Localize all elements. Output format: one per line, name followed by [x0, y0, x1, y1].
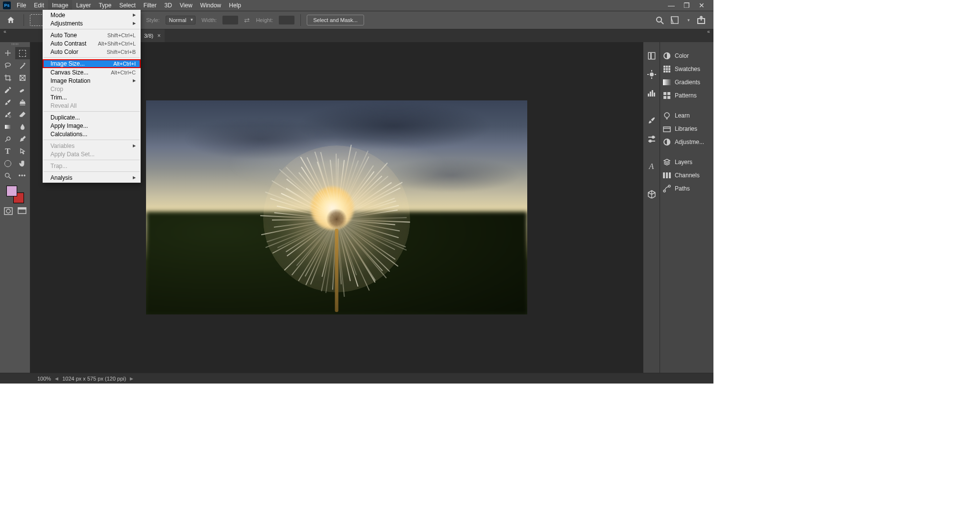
left-dock-collapse-handle[interactable]: «: [2, 28, 8, 34]
select-and-mask-button[interactable]: Select and Mask...: [307, 15, 364, 25]
menu-item-image-size[interactable]: Image Size...Alt+Ctrl+I: [43, 59, 141, 68]
home-button[interactable]: [4, 14, 18, 26]
brushes-panel-icon[interactable]: [645, 114, 658, 127]
menu-type[interactable]: Type: [95, 0, 115, 11]
adjustments-panel-tab[interactable]: Adjustme...: [660, 135, 713, 148]
history-brush-tool[interactable]: [0, 108, 15, 120]
zoom-level[interactable]: 100%: [37, 376, 51, 382]
window-minimize-button[interactable]: —: [668, 1, 675, 9]
window-maximize-button[interactable]: ❐: [684, 1, 690, 9]
share-icon[interactable]: [697, 16, 706, 24]
type-tool[interactable]: T: [0, 145, 15, 157]
dodge-tool[interactable]: [0, 133, 15, 145]
menu-edit[interactable]: Edit: [30, 0, 48, 11]
menu-item-duplicate[interactable]: Duplicate...: [43, 113, 141, 121]
menu-item-calculations[interactable]: Calculations...: [43, 130, 141, 138]
path-selection-tool[interactable]: [15, 145, 30, 157]
svg-point-58: [664, 113, 669, 118]
learn-panel-tab[interactable]: Learn: [660, 109, 713, 122]
menu-window[interactable]: Window: [196, 0, 225, 11]
svg-rect-63: [666, 172, 668, 178]
menu-select[interactable]: Select: [115, 0, 139, 11]
menu-item-mode[interactable]: Mode: [43, 11, 141, 19]
paths-panel-tab[interactable]: Paths: [660, 182, 713, 195]
svg-rect-27: [18, 208, 26, 209]
workspace-chevron-icon[interactable]: ▾: [687, 18, 690, 23]
layers-icon: [663, 158, 671, 166]
color-panel-tab[interactable]: Color: [660, 49, 713, 62]
status-bar: 100% ◀ 1024 px x 575 px (120 ppi) ▶: [0, 373, 713, 384]
eyedropper-tool[interactable]: [0, 84, 15, 96]
blur-tool[interactable]: [15, 120, 30, 133]
menu-image[interactable]: Image: [48, 0, 72, 11]
character-panel-icon[interactable]: A: [645, 160, 658, 173]
eraser-tool[interactable]: [15, 108, 30, 120]
rectangular-marquee-tool[interactable]: [15, 47, 30, 59]
histogram-panel-icon[interactable]: [645, 86, 658, 100]
zoom-tool[interactable]: [0, 169, 15, 182]
menu-file[interactable]: File: [13, 0, 30, 11]
svg-rect-57: [667, 96, 670, 99]
move-tool[interactable]: [0, 47, 15, 59]
pen-tool[interactable]: [15, 133, 30, 145]
history-panel-icon[interactable]: [645, 49, 658, 63]
3d-panel-icon[interactable]: [645, 187, 658, 201]
menu-item-canvas-size[interactable]: Canvas Size...Alt+Ctrl+C: [43, 68, 141, 76]
gradient-tool[interactable]: [0, 120, 15, 133]
magic-wand-tool[interactable]: [15, 59, 30, 72]
svg-rect-49: [668, 68, 670, 70]
menu-item-auto-tone[interactable]: Auto ToneShift+Ctrl+L: [43, 31, 141, 39]
image-menu-dropdown: ModeAdjustmentsAuto ToneShift+Ctrl+LAuto…: [43, 10, 141, 183]
menu-item-auto-contrast[interactable]: Auto ContrastAlt+Shift+Ctrl+L: [43, 39, 141, 48]
svg-rect-53: [663, 79, 671, 85]
menu-view[interactable]: View: [176, 0, 196, 11]
document-tab[interactable]: 3/8) ×: [140, 29, 165, 42]
swap-dimensions-icon[interactable]: ⇄: [244, 16, 250, 24]
style-select[interactable]: Normal: [166, 16, 196, 24]
status-expand-right-icon[interactable]: ▶: [130, 376, 133, 381]
edit-toolbar-button[interactable]: •••: [15, 169, 30, 182]
search-icon[interactable]: [655, 16, 664, 24]
document-tab-close-icon[interactable]: ×: [157, 32, 161, 39]
brush-settings-panel-icon[interactable]: [645, 132, 658, 146]
menu-filter[interactable]: Filter: [140, 0, 161, 11]
libraries-panel-tab[interactable]: Libraries: [660, 122, 713, 135]
foreground-color-swatch[interactable]: [6, 186, 17, 196]
quick-mask-icon[interactable]: [4, 207, 13, 215]
svg-rect-55: [667, 92, 670, 95]
screen-mode-icon[interactable]: [18, 207, 26, 215]
menu-item-image-rotation[interactable]: Image Rotation: [43, 76, 141, 85]
status-expand-left-icon[interactable]: ◀: [55, 376, 58, 381]
healing-brush-tool[interactable]: [15, 84, 30, 96]
color-swatches[interactable]: [6, 186, 24, 203]
workspace-switcher-icon[interactable]: [671, 16, 681, 24]
channels-panel-tab[interactable]: Channels: [660, 168, 713, 182]
crop-tool[interactable]: [0, 72, 15, 84]
brush-tool[interactable]: [0, 96, 15, 108]
menu-item-analysis[interactable]: Analysis: [43, 173, 141, 182]
menu-item-trim[interactable]: Trim...: [43, 93, 141, 101]
patterns-panel-tab[interactable]: Patterns: [660, 89, 713, 102]
swatches-panel-tab[interactable]: Swatches: [660, 62, 713, 75]
tool-context-marquee-icon[interactable]: [30, 14, 44, 26]
shape-tool[interactable]: [0, 157, 15, 169]
height-field[interactable]: [279, 16, 294, 24]
gradients-panel-tab[interactable]: Gradients: [660, 75, 713, 89]
window-close-button[interactable]: ✕: [699, 1, 705, 9]
layers-panel-tab[interactable]: Layers: [660, 155, 713, 168]
properties-panel-icon[interactable]: [645, 68, 658, 81]
frame-tool[interactable]: [15, 72, 30, 84]
right-dock-collapse-handle[interactable]: «: [706, 28, 711, 34]
clone-stamp-tool[interactable]: [15, 96, 30, 108]
width-field[interactable]: [222, 16, 238, 24]
menu-item-auto-color[interactable]: Auto ColorShift+Ctrl+B: [43, 48, 141, 56]
lasso-tool[interactable]: [0, 59, 15, 72]
menu-layer[interactable]: Layer: [72, 0, 95, 11]
svg-rect-51: [666, 71, 668, 72]
menu-help[interactable]: Help: [225, 0, 245, 11]
menu-item-adjustments[interactable]: Adjustments: [43, 19, 141, 27]
svg-rect-38: [654, 93, 655, 96]
menu-3d[interactable]: 3D: [160, 0, 175, 11]
menu-item-apply-image[interactable]: Apply Image...: [43, 121, 141, 130]
hand-tool[interactable]: [15, 157, 30, 169]
